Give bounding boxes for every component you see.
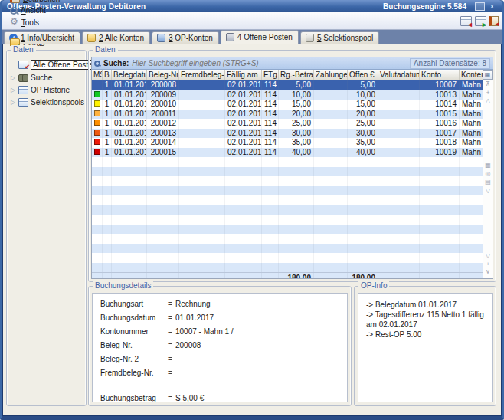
cell-empty [92, 244, 103, 254]
table-row[interactable]: 101.01.201720001502.01.201711440,0040,00… [92, 148, 483, 158]
column-header-konto[interactable]: Konto [420, 70, 460, 80]
cell-belegdatum: 01.01.2017 [112, 90, 147, 100]
strip-group-strip_mid: ▦◎▤▽ [485, 162, 491, 195]
cell-beleg_nr: 200008 [147, 80, 179, 90]
strip-strip_top-icon-0[interactable]: ⊼ [486, 80, 490, 88]
tab-alle-konten[interactable]: 2 Alle Konten [82, 31, 150, 44]
table-chooser-icon[interactable]: ▦ [483, 70, 493, 80]
cell-konto: 10017 [420, 129, 460, 139]
strip-strip_mid-icon-0[interactable]: ▦ [485, 162, 491, 169]
sidebar-item-selektionspools[interactable]: ▷Selektionspools [8, 97, 84, 107]
sidebar-item-op-historie[interactable]: ▷OP Historie [8, 85, 84, 95]
menu-item-ools[interactable]: ⚙Tools [5, 16, 64, 28]
cell-empty [279, 205, 314, 215]
cell-empty [147, 215, 179, 225]
table-row[interactable]: 101.01.201720001402.01.201711435,0035,00… [92, 138, 483, 148]
cell-ms [92, 119, 103, 129]
tree-expander-icon[interactable]: ▷ [10, 87, 16, 94]
cell-empty [92, 176, 103, 186]
cell-empty [348, 167, 378, 177]
table-row[interactable]: 101.01.201720001102.01.201711420,0020,00… [92, 110, 483, 120]
search-input[interactable] [132, 59, 407, 67]
total-zahlungen [314, 273, 348, 278]
import-grid-icon[interactable] [475, 16, 486, 26]
cell-empty [420, 225, 460, 235]
detail-field: Buchungsdatum=01.01.2017 [100, 313, 342, 322]
strip-strip_top-icon-2[interactable]: △ [486, 97, 490, 105]
tab-op-konten[interactable]: 3 OP-Konten [152, 31, 219, 44]
sidebar-item-alle-offene-posten[interactable]: Alle Offene Posten [8, 59, 84, 71]
cell-b: 1 [103, 80, 112, 90]
strip-strip_mid-icon-2[interactable]: ▤ [485, 179, 491, 186]
data-grid: Suche: Anzahl Datensätze: 8 MSBBelegdatu… [91, 57, 493, 279]
close-icon[interactable]: x [487, 2, 497, 11]
cell-empty [103, 205, 112, 215]
tree-expander-icon[interactable]: ▷ [10, 74, 16, 81]
total-faellig_am [225, 273, 262, 278]
cell-ms [92, 90, 103, 100]
tab-label: 5 Selektionspool [317, 34, 373, 42]
column-header-ms[interactable]: MS [92, 70, 103, 80]
strip-strip_mid-icon-1[interactable]: ◎ [486, 170, 491, 178]
menu-item-nsicht[interactable]: Ansicht [5, 5, 64, 16]
detail-field: Beleg-Nr. 2= [100, 355, 342, 363]
cell-valutadatum [378, 100, 420, 110]
cell-fremdbeleg_nr [179, 148, 225, 158]
total-fremdbeleg_nr [179, 273, 225, 278]
cell-empty [420, 176, 460, 186]
column-header-offen[interactable]: Offen € [348, 70, 378, 80]
cell-valutadatum [378, 119, 420, 129]
table-row[interactable]: 101.01.201720001202.01.201711425,0025,00… [92, 119, 483, 129]
column-header-belegnr[interactable]: Beleg-Nr. [147, 70, 179, 80]
column-header-fremdbelegnr[interactable]: Fremdbeleg-Nr. [179, 70, 225, 80]
empty-row [92, 195, 483, 205]
table-icon [18, 86, 28, 94]
strip-strip_mid-icon-3[interactable]: ▽ [486, 187, 490, 195]
grid-body: 101.01.201720000802.01.20171145,005,0010… [92, 80, 493, 278]
column-header-belegdatum[interactable]: Belegdatum [112, 70, 147, 80]
table-row[interactable]: 101.01.201720000802.01.20171145,005,0010… [92, 80, 483, 90]
empty-row [92, 244, 483, 254]
cell-empty [112, 176, 147, 186]
export-grid-icon[interactable] [460, 16, 472, 26]
column-header-b[interactable]: B [103, 70, 112, 80]
cell-beleg_nr: 200012 [147, 119, 179, 129]
table-row[interactable]: 101.01.201720001302.01.201711430,0030,00… [92, 129, 483, 139]
cell-empty [279, 215, 314, 225]
cell-offen: 20,00 [348, 110, 378, 120]
column-header-zahlungen[interactable]: Zahlungen € [314, 70, 348, 80]
cell-valutadatum [378, 110, 420, 120]
strip-strip_bottom-icon-2[interactable]: ⊻ [486, 269, 490, 277]
equals-sign: = [168, 341, 175, 349]
cell-empty [103, 167, 112, 177]
strip-strip_bottom-icon-0[interactable]: ▽ [486, 252, 490, 260]
mahnstufe-color-icon [94, 91, 100, 97]
restore-icon[interactable] [475, 2, 485, 11]
column-header-rgbetrag[interactable]: Rg.-Betrag € [279, 70, 314, 80]
sidebar-item-suche[interactable]: ▷Suche [8, 73, 84, 83]
cell-empty [420, 186, 460, 196]
cell-konto: 10019 [420, 148, 460, 158]
table-row[interactable]: 101.01.201720001002.01.201711415,0015,00… [92, 100, 483, 110]
column-header-ftg[interactable]: FTg [262, 70, 279, 80]
strip-strip_top-icon-1[interactable]: + [486, 89, 490, 97]
mahnstufe-color-icon [94, 149, 100, 155]
cell-empty [378, 253, 420, 263]
cell-beleg_nr: 200015 [147, 148, 179, 158]
table-row[interactable]: 101.01.201720000902.01.201711410,0010,00… [92, 90, 483, 100]
cell-empty [179, 244, 225, 254]
exit-icon[interactable] [489, 16, 499, 26]
tree-expander-icon[interactable]: ▷ [10, 99, 16, 106]
tab-selektionspool[interactable]: 5 Selektionspool [300, 31, 379, 44]
cell-empty [147, 195, 179, 205]
column-header-flligam[interactable]: Fällig am [225, 70, 262, 80]
cell-empty [112, 253, 147, 263]
column-header-valutadatum[interactable]: Valutadatum [378, 70, 420, 80]
tab-offene-posten[interactable]: 4 Offene Posten [221, 30, 299, 44]
empty-row [92, 176, 483, 186]
cell-empty [314, 225, 348, 235]
strip-strip_bottom-icon-1[interactable]: + [486, 261, 490, 268]
cell-empty [225, 263, 262, 273]
cell-empty [314, 205, 348, 215]
cell-empty [147, 244, 179, 254]
